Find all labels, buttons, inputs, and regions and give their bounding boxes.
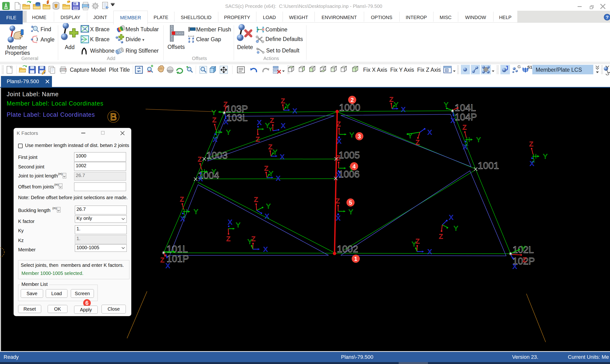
svg-text:Z: Z [160, 256, 164, 264]
svg-text:103L: 103L [226, 112, 247, 123]
svg-text:B: B [110, 111, 117, 122]
svg-text:X: X [513, 263, 517, 270]
svg-text:X: X [428, 129, 432, 136]
svg-text:Y: Y [212, 109, 216, 116]
svg-text:Z: Z [522, 256, 527, 263]
svg-text:1002: 1002 [337, 244, 358, 254]
svg-text:3: 3 [358, 133, 361, 140]
svg-text:Z: Z [223, 101, 228, 108]
svg-text:104P: 104P [455, 112, 477, 122]
svg-text:X: X [451, 117, 455, 124]
svg-text:Fix X Axis Fix Y Axis Fix Z: Fix X Axis Fix Y Axis Fix Z Axis [363, 67, 441, 73]
svg-text:1005: 1005 [338, 150, 360, 160]
svg-text:?: ? [606, 14, 609, 20]
svg-text:1000: 1000 [339, 102, 360, 113]
svg-text:X: X [166, 262, 170, 269]
svg-text:Y: Y [521, 245, 526, 252]
svg-text:Capture Model Plot Title: Capture Model Plot Title [70, 67, 130, 73]
svg-text:X: X [224, 118, 228, 126]
svg-text:101L: 101L [167, 244, 188, 254]
svg-text:1001: 1001 [478, 160, 499, 171]
svg-text:1003: 1003 [206, 150, 228, 161]
svg-text:Member/Plate LCS: Member/Plate LCS [536, 67, 582, 73]
svg-text:1: 1 [354, 256, 357, 262]
svg-text:Plate Label: Local Coordinates: Plate Label: Local Coordinates [7, 111, 95, 118]
svg-text:Y: Y [444, 101, 448, 108]
svg-text:4: 4 [352, 163, 356, 169]
svg-text:Z: Z [415, 139, 420, 146]
svg-text:Member Label: Local Coordinate: Member Label: Local Coordinates [7, 100, 104, 107]
svg-text:G: G [518, 65, 521, 69]
svg-text:Y: Y [408, 132, 413, 140]
svg-text:5: 5 [349, 199, 352, 206]
svg-text:2: 2 [350, 97, 354, 103]
svg-text:Joint Label: Name: Joint Label: Name [7, 91, 59, 97]
